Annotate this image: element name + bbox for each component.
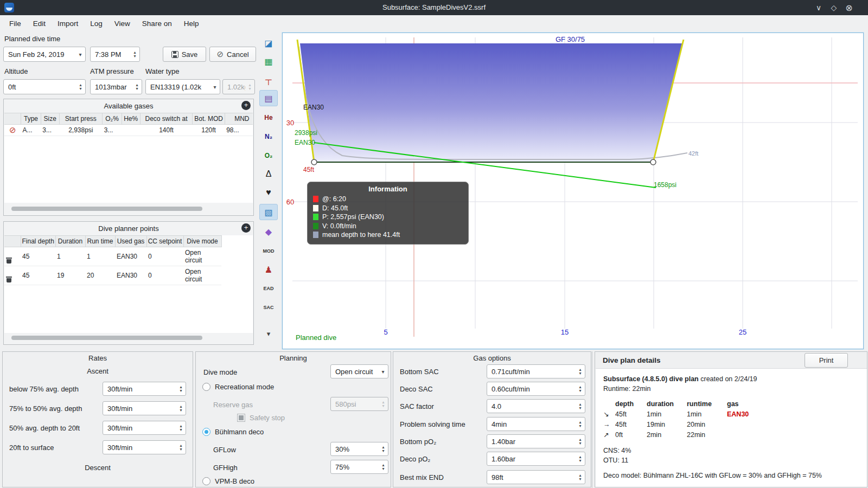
spinner-arrows-icon [245, 80, 254, 94]
recreational-mode-radio[interactable]: Recreational mode [202, 383, 274, 391]
pressure-chip-icon [313, 214, 318, 220]
gas-options-title: Gas options [393, 354, 591, 362]
tissues-icon[interactable]: ▧ [259, 204, 278, 220]
ead-icon[interactable]: EAD [259, 280, 278, 297]
spinner-arrows-icon [576, 365, 585, 378]
menu-share-on[interactable]: Share on [136, 17, 178, 30]
he-graph-icon[interactable]: He [259, 110, 278, 126]
rate-label: 20ft to surface [9, 444, 54, 452]
water-type-combo[interactable]: EN13319 (1.02k [145, 79, 220, 94]
bottom-po2-spinner[interactable]: 1.40bar [487, 434, 585, 448]
depth-label: 45ft [303, 166, 315, 174]
checkbox-icon [237, 414, 245, 422]
add-gas-button[interactable]: + [241, 101, 251, 110]
dive-planner-points-box: Dive planner points + Final depth Durati… [3, 221, 254, 345]
calc-ceiling-icon[interactable]: ▤ [259, 90, 278, 106]
plan-table: depth duration runtime gas ↘ 45ft 1min 1… [603, 399, 860, 440]
add-point-button[interactable]: + [241, 223, 251, 233]
dive-profile-chart: GF 30/75 30 60 5 15 25 EAN30 2938psi EAN… [282, 33, 864, 349]
menu-import[interactable]: Import [52, 17, 84, 30]
buhlmann-deco-radio[interactable]: Bühlmann deco [202, 428, 264, 436]
photos-icon[interactable]: ▦ [259, 53, 278, 69]
rate-spinner[interactable]: 30ft/min [103, 382, 186, 396]
gas-start-press-cell[interactable]: 2,938psi [59, 125, 103, 136]
point-row[interactable]: 45 1 1 EAN30 0 Open circuit [4, 247, 221, 266]
rate-label: 75% to 50% avg. depth [9, 404, 82, 413]
dive-point-handle[interactable] [311, 159, 317, 165]
segment-dir-icon: ↗ [603, 430, 615, 440]
planning-title: Planning [196, 354, 391, 362]
gas-o2-cell[interactable]: 3... [103, 125, 122, 136]
point-row[interactable]: 45 19 20 EAN30 0 Open circuit [4, 266, 221, 285]
cancel-icon: ⊘ [216, 49, 224, 59]
delete-gas-icon[interactable]: ⊘ [4, 125, 21, 136]
descent-label: Descent [3, 464, 193, 472]
menu-edit[interactable]: Edit [27, 17, 52, 30]
shade-button[interactable]: ∨ [812, 0, 826, 15]
gas-pressures-icon[interactable]: ◆ [259, 223, 278, 240]
dive-plan-text: Subsurface (4.8.5.0) dive plan created o… [596, 368, 867, 487]
gases-hscrollbar[interactable] [11, 207, 202, 211]
segment-dir-icon: ↘ [603, 409, 615, 420]
start-gas-label: EAN30 [295, 139, 315, 146]
plan-cns: CNS: 4% [603, 446, 860, 455]
deco-sac-spinner[interactable]: 0.60cuft/min [487, 382, 585, 396]
altitude-spinner[interactable]: 0ft [3, 79, 86, 94]
dive-mode-combo[interactable]: Open circuit [330, 364, 388, 378]
rate-spinner[interactable]: 30ft/min [103, 401, 186, 415]
atm-pressure-spinner[interactable]: 1013mbar [90, 79, 142, 94]
spinner-arrows-icon [576, 400, 585, 413]
points-hscrollbar[interactable] [11, 336, 202, 340]
setpoint-icon[interactable]: Δ [259, 166, 278, 182]
spinner-arrows-icon [576, 382, 585, 395]
save-button[interactable]: Save [163, 47, 206, 62]
menu-file[interactable]: File [3, 17, 27, 30]
collapse-icon[interactable]: ▾ [259, 325, 278, 342]
gas-type-cell[interactable]: A... [21, 125, 41, 136]
mod-icon[interactable]: MOD [259, 243, 278, 259]
print-button[interactable]: Print [805, 353, 848, 368]
spinner-arrows-icon [379, 442, 388, 455]
window-title: Subsurface: SampleDivesV2.ssrf [0, 0, 868, 15]
info-tooltip: Information @: 6:20 D: 45.0ft P: 2,557ps… [307, 182, 469, 245]
rate-spinner[interactable]: 30ft/min [103, 421, 186, 435]
depth-tick: 60 [286, 198, 294, 206]
vpmb-deco-radio[interactable]: VPM-B deco [202, 477, 254, 485]
deco-po2-spinner[interactable]: 1.60bar [487, 452, 585, 466]
speed-chip-icon [313, 223, 318, 229]
rate-spinner[interactable]: 30ft/min [103, 440, 186, 454]
dive-date-combo[interactable]: Sun Feb 24, 2019 [3, 47, 86, 62]
problem-time-spinner[interactable]: 4min [487, 417, 585, 431]
bottom-sac-spinner[interactable]: 0.71cuft/min [487, 364, 585, 378]
dive-point-handle[interactable] [650, 159, 656, 165]
spinner-arrows-icon [176, 382, 186, 395]
sac-factor-spinner[interactable]: 4.0 [487, 399, 585, 413]
best-mix-end-spinner[interactable]: 98ft [487, 470, 585, 484]
menu-help[interactable]: Help [178, 17, 205, 30]
menu-log[interactable]: Log [84, 17, 108, 30]
gas-size-cell[interactable]: 3... [41, 125, 59, 136]
maximize-button[interactable]: ◇ [827, 0, 841, 15]
sac-icon[interactable]: SAC [259, 299, 278, 316]
splitter-handle[interactable] [592, 351, 592, 488]
dc-ceiling-icon[interactable]: ┬ [259, 72, 278, 88]
n2-graph-icon[interactable]: N₂ [259, 129, 278, 145]
cancel-button[interactable]: ⊘ Cancel [209, 47, 256, 62]
heart-rate-icon[interactable]: ♥ [259, 184, 278, 201]
gas-deco-switch-cell[interactable]: 140ft [140, 125, 193, 136]
gfhigh-spinner[interactable]: 75% [330, 460, 388, 474]
spinner-arrows-icon [379, 397, 388, 410]
incident-icon[interactable]: ♟ [259, 261, 278, 278]
rates-panel: Rates Ascent below 75% avg. depth 30ft/m… [2, 351, 193, 487]
gas-mnd-cell[interactable]: 98... [225, 125, 253, 136]
dive-time-spinner[interactable]: 7:38 PM [90, 47, 140, 62]
menu-view[interactable]: View [108, 17, 136, 30]
safety-stop-checkbox: Safety stop [237, 414, 285, 422]
gas-he-cell[interactable] [122, 125, 140, 136]
gas-bot-mod-cell[interactable]: 120ft [193, 125, 225, 136]
gflow-spinner[interactable]: 30% [330, 442, 388, 456]
close-button[interactable]: ⊗ [842, 0, 856, 15]
profile-scale-icon[interactable]: ◪ [259, 35, 278, 51]
gas-row[interactable]: ⊘ A... 3... 2,938psi 3... 140ft 120ft 98… [4, 125, 253, 136]
o2-graph-icon[interactable]: O₂ [259, 147, 278, 164]
